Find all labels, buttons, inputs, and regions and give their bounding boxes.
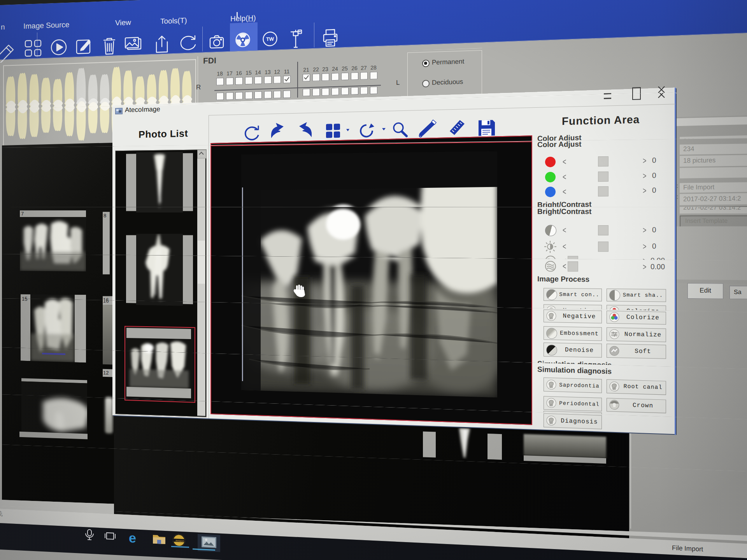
svg-text:Amazon: Amazon: [175, 539, 184, 542]
svg-text:e: e: [129, 530, 136, 546]
svg-text:TW: TW: [266, 36, 274, 42]
